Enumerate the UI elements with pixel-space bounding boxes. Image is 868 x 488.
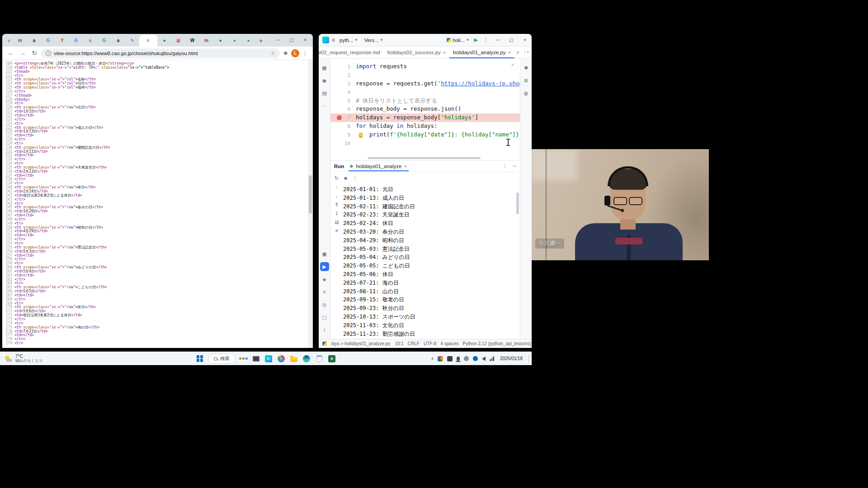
scrollbar-thumb[interactable]: [309, 175, 312, 214]
file-explorer-icon[interactable]: [289, 354, 298, 364]
services-tool-icon[interactable]: ▣: [320, 249, 329, 258]
clock-date[interactable]: 2025/01/18: [498, 356, 524, 361]
breadcrumb[interactable]: lays > holidays01_analyze.py: [331, 341, 390, 346]
main-menu-icon[interactable]: ≡: [332, 37, 335, 43]
browser-tab[interactable]: ≡: [139, 35, 157, 47]
browser-tab[interactable]: ✎: [125, 35, 139, 47]
browser-tab[interactable]: ●: [241, 35, 255, 47]
code-line[interactable]: 2: [330, 71, 520, 80]
code-line[interactable]: 4: [330, 88, 520, 97]
problems-icon[interactable]: i: [320, 325, 329, 334]
line-number[interactable]: 5: [330, 97, 350, 106]
line-number[interactable]: 1: [330, 63, 350, 71]
close-run-tab-icon[interactable]: ×: [404, 164, 406, 169]
down-stack-icon[interactable]: ↓: [336, 194, 338, 199]
vcs-widget[interactable]: Vers... ▼: [363, 37, 385, 44]
minimize-button[interactable]: ─: [271, 34, 285, 46]
browser-tab[interactable]: a: [27, 35, 41, 47]
commit-tool-icon[interactable]: ◉: [320, 76, 329, 85]
forward-icon[interactable]: →: [18, 48, 28, 58]
browser-tab[interactable]: G: [41, 35, 55, 47]
tray-app-icon[interactable]: [438, 356, 443, 361]
bookmark-star-icon[interactable]: ☆: [270, 50, 275, 56]
code-line[interactable]: 8for holiday in holidays:: [330, 122, 520, 131]
notifications-bell-icon[interactable]: ◔: [526, 49, 529, 55]
browser-tab[interactable]: m: [199, 35, 213, 47]
run-tool-window-icon[interactable]: ▶: [320, 262, 329, 271]
address-bar[interactable]: i view-source:https://www8.cao.go.jp/cho…: [41, 48, 280, 58]
browser-tab[interactable]: W: [185, 35, 199, 47]
start-button[interactable]: [195, 354, 204, 364]
volume-icon[interactable]: [482, 357, 486, 361]
pinned-dots-icon[interactable]: [239, 357, 248, 360]
reload-icon[interactable]: ↻: [29, 48, 39, 58]
code-line[interactable]: 7holidays = response_body['holidays']: [330, 113, 520, 122]
tray-app2-icon[interactable]: [447, 356, 453, 361]
line-number[interactable]: 9: [330, 131, 350, 140]
interpreter-setting[interactable]: Python 3.12 (python_api_lessons): [462, 341, 531, 346]
indent-setting[interactable]: 4 spaces: [440, 341, 458, 346]
run-tab[interactable]: holidays01_analyze ×: [349, 161, 408, 171]
browser-tab[interactable]: ▦: [171, 35, 185, 47]
browser-tab[interactable]: m: [13, 35, 27, 47]
hidden-tabs-chevron-icon[interactable]: ∨: [514, 50, 521, 55]
network-icon[interactable]: [490, 357, 494, 361]
close-button[interactable]: ×: [298, 34, 312, 46]
project-selector[interactable]: pyth... ▼: [338, 37, 360, 44]
browser-menu-icon[interactable]: ⋮: [301, 50, 309, 56]
search-box[interactable]: 検索: [208, 354, 236, 364]
excel-taskbar-icon[interactable]: [327, 354, 336, 364]
tab-search-chevron-icon[interactable]: ∨: [5, 35, 13, 47]
print-icon[interactable]: ▤: [335, 220, 339, 225]
line-number[interactable]: 4: [330, 89, 350, 97]
code-line[interactable]: 1import requests: [330, 62, 520, 71]
browser-tab[interactable]: ●: [213, 35, 227, 47]
editor-tab[interactable]: holidays02_success.py×: [383, 47, 449, 58]
console-options-icon[interactable]: ⋮: [353, 175, 358, 181]
back-icon[interactable]: ←: [6, 48, 16, 58]
hide-panel-icon[interactable]: ─: [513, 163, 516, 169]
stop-icon[interactable]: ■: [344, 175, 347, 181]
edge-taskbar-icon[interactable]: [302, 354, 311, 364]
line-number[interactable]: 3: [330, 80, 350, 89]
editor-tab[interactable]: pi02_request_response.md: [319, 47, 383, 58]
python-console-icon[interactable]: ◎: [320, 300, 329, 309]
browser-tab[interactable]: G: [69, 35, 83, 47]
browser-tab[interactable]: G: [97, 35, 111, 47]
browser-tab[interactable]: Y: [55, 35, 69, 47]
chrome-taskbar-icon[interactable]: [277, 354, 286, 364]
console-scrollbar[interactable]: [516, 192, 519, 214]
close-button[interactable]: ×: [518, 34, 532, 46]
snipping-tool-icon[interactable]: [251, 354, 260, 364]
soft-wrap-icon[interactable]: ¶: [335, 202, 338, 207]
browser-tab[interactable]: a: [83, 35, 97, 47]
database-icon[interactable]: ≣: [522, 76, 531, 85]
close-tab-icon[interactable]: ×: [508, 50, 510, 55]
clear-console-icon[interactable]: ✕: [335, 228, 339, 233]
caret-position[interactable]: 10:1: [395, 341, 403, 346]
editor-tab[interactable]: holidays01_analyze.py×: [449, 47, 514, 58]
ai-assistant-icon[interactable]: ✱: [522, 63, 531, 72]
python-packages-icon[interactable]: ≡: [320, 287, 329, 296]
up-stack-icon[interactable]: ↑: [336, 185, 338, 190]
tray-status-icon[interactable]: [464, 356, 469, 361]
maximize-button[interactable]: ▢: [285, 34, 298, 46]
run-console[interactable]: 2025-01-01: 元日2025-01-13: 成人の日2025-02-11…: [343, 184, 520, 339]
microphone-tray-icon[interactable]: [457, 357, 460, 361]
line-number[interactable]: 2: [330, 71, 350, 80]
more-tools-icon[interactable]: ⋯: [320, 101, 329, 110]
code-line[interactable]: 3response = requests.get('https://holida…: [330, 80, 520, 88]
weather-widget[interactable]: 7°C 晴れのちくもり: [0, 352, 47, 365]
gradle-icon[interactable]: ◍: [522, 89, 531, 98]
code-editor[interactable]: 1import requests23response = requests.ge…: [330, 59, 520, 160]
code-line[interactable]: 9 print(f'{holiday["date"]}: {holiday["n…: [330, 131, 520, 139]
project-tool-icon[interactable]: ▦: [320, 63, 329, 72]
line-number[interactable]: 10: [330, 140, 350, 148]
hidden-icons-chevron[interactable]: ∧: [431, 357, 434, 361]
debug-tool-icon[interactable]: ◈: [320, 275, 329, 284]
view-source-pane[interactable]: 209<p><strong>○令和7年（2025年）の国民の祝日・休日</str…: [2, 60, 313, 348]
rerun-icon[interactable]: ↻: [335, 175, 339, 181]
new-tab-button[interactable]: +: [255, 35, 266, 46]
minimize-button[interactable]: ─: [491, 34, 505, 46]
line-ending[interactable]: CRLF: [408, 341, 420, 346]
